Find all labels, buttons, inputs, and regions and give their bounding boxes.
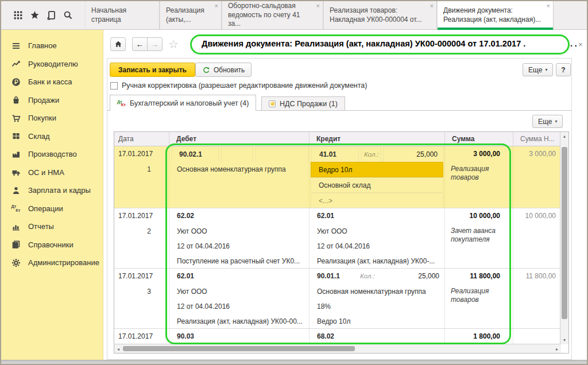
cell-qty-value[interactable]: 25,000: [382, 269, 444, 284]
cell-credit-account[interactable]: 68.02: [310, 329, 444, 344]
cell-credit-sub[interactable]: Основная номенклатурная группа: [310, 284, 444, 299]
cell-debit-sub[interactable]: 12 от 04.04.2016: [169, 299, 309, 314]
cell-debit-sub[interactable]: Основная номенклатурная группа: [169, 162, 309, 177]
favorites-star-icon[interactable]: [29, 10, 40, 21]
vertical-scrollbar[interactable]: ▴ ▾: [560, 132, 568, 344]
sidebar-item-rukovoditelyu[interactable]: Руководителю: [1, 55, 103, 73]
cell-sum-note: Реализация товаров: [445, 162, 502, 182]
manual-adjustment-checkbox[interactable]: [110, 82, 118, 90]
cell-debit-sub[interactable]: Реализация (акт, накладная) УК00-00...: [169, 314, 309, 328]
close-icon[interactable]: ×: [547, 3, 550, 9]
cell-credit-sub[interactable]: Реализация (акт, накладная) УК00-...: [310, 254, 444, 268]
sidebar-item-os-i-nma[interactable]: ОС и НМА: [1, 164, 103, 182]
cell-credit-account[interactable]: 90.01.1: [310, 269, 360, 284]
cell-debit-sub[interactable]: 12 от 04.04.2016: [169, 239, 309, 254]
cell-date[interactable]: 17.01.2017: [114, 146, 169, 162]
sidebar-item-pokupki[interactable]: Покупки: [1, 109, 103, 127]
table-more-button[interactable]: Еще ▾: [532, 115, 563, 128]
tab-osv-schet-41[interactable]: Оборотно-сальдовая ведомость по счету 41…: [222, 1, 323, 29]
scroll-left-icon[interactable]: ◂: [115, 347, 121, 352]
cell-debit-sub[interactable]: Уют ООО: [169, 224, 309, 239]
table-row[interactable]: 17.01.2017 1 90.02.1 Основная номенклату…: [114, 146, 561, 208]
cell-sum[interactable]: 1 800,00: [445, 329, 513, 344]
tab-realizaciya-akty[interactable]: Реализация (акты,... ×: [160, 1, 222, 29]
sidebar-item-label: Справочники: [28, 240, 74, 249]
cell-debit-account[interactable]: 62.02: [169, 208, 309, 224]
cell-debit-sub[interactable]: Поступление на расчетный счет УК0...: [169, 254, 309, 268]
cell-date[interactable]: 17.01.2017: [114, 208, 169, 224]
scroll-right-icon[interactable]: ▸: [554, 347, 560, 352]
col-header-sum-n[interactable]: Сумма Н...: [513, 132, 560, 146]
cell-debit-account[interactable]: 90.03: [169, 329, 309, 344]
cell-credit-sub[interactable]: Основной склад: [311, 177, 443, 193]
cell-date[interactable]: 17.01.2017: [114, 269, 169, 284]
cell-sum-n[interactable]: 11 800,00: [513, 269, 561, 284]
cell-credit-sub[interactable]: <...>: [311, 193, 443, 208]
toolbar-more-button[interactable]: Еще ▾: [523, 63, 553, 76]
vertical-scroll-thumb[interactable]: [562, 147, 567, 319]
cell-credit-sub[interactable]: Уют ООО: [310, 224, 444, 239]
close-form-icon[interactable]: ×: [578, 40, 583, 49]
scroll-down-icon[interactable]: ▾: [560, 337, 568, 343]
factory-icon: [11, 149, 21, 159]
sidebar-item-operacii[interactable]: ДтКт Операции: [1, 200, 103, 218]
cell-debit-empty[interactable]: [221, 146, 253, 162]
sidebar-item-sklad[interactable]: Склад: [1, 127, 103, 146]
col-header-credit[interactable]: Кредит: [310, 132, 445, 146]
cell-credit-sub-selected[interactable]: Ведро 10л: [311, 162, 443, 177]
tab-vat-sales[interactable]: НДС Продажи (1): [261, 96, 345, 111]
back-button[interactable]: ←: [132, 37, 148, 51]
cell-credit-account[interactable]: 62.01: [310, 208, 444, 224]
sidebar-item-proizvodstvo[interactable]: Производство: [1, 145, 103, 164]
sidebar-item-bank-i-kassa[interactable]: Банк и касса: [1, 73, 103, 91]
cell-sum[interactable]: 3 000,00: [445, 146, 513, 162]
horizontal-scrollbar[interactable]: ◂ ▸: [114, 344, 561, 353]
sidebar-item-spravochniki[interactable]: Справочники: [1, 236, 103, 254]
search-icon[interactable]: [63, 10, 74, 21]
cell-credit-sub[interactable]: 18%: [310, 299, 444, 314]
sidebar-item-label: Производство: [28, 150, 77, 158]
tab-home-page[interactable]: Начальная страница: [85, 1, 160, 29]
sidebar-item-glavnoe[interactable]: Главное: [1, 37, 103, 55]
sidebar-item-administrirovanie[interactable]: Администрирование: [1, 254, 103, 272]
sidebar-item-prodazhi[interactable]: Продажи: [1, 91, 103, 110]
sidebar-item-otchety[interactable]: Отчеты: [1, 218, 103, 236]
refresh-button[interactable]: Обновить: [195, 63, 252, 77]
cell-debit-account[interactable]: 62.01: [169, 269, 309, 284]
close-icon[interactable]: ×: [430, 3, 434, 9]
col-header-sum[interactable]: Сумма: [445, 132, 513, 146]
save-and-close-button[interactable]: Записать и закрыть: [110, 63, 195, 77]
cell-debit-empty[interactable]: [256, 146, 308, 162]
cell-sum-n[interactable]: 3 000,00: [513, 146, 561, 162]
tab-realizaciya-tovarov[interactable]: Реализация товаров: Накладная УК00-00000…: [323, 1, 437, 29]
horizontal-scroll-thumb[interactable]: [123, 346, 355, 351]
vat-icon: [269, 100, 276, 107]
table-row[interactable]: 17.01.2017 2 62.02 Уют ООО 12 от 04.04.2…: [114, 208, 561, 269]
cell-credit-sub[interactable]: Ведро 10л: [310, 314, 444, 328]
forward-button[interactable]: →: [147, 37, 163, 51]
favorite-star-icon[interactable]: ☆: [168, 37, 179, 51]
tab-dvizheniya-dokumenta[interactable]: Движения документа: Реализация (акт, нак…: [437, 1, 554, 29]
home-button[interactable]: [110, 37, 126, 51]
cell-sum-n[interactable]: 10 000,00: [513, 208, 561, 224]
cell-credit-account[interactable]: 41.01: [311, 146, 359, 162]
apps-grid-icon[interactable]: [12, 10, 24, 21]
cell-sum[interactable]: 10 000,00: [445, 208, 513, 224]
help-button[interactable]: ?: [556, 63, 571, 76]
cell-sum[interactable]: 11 800,00: [445, 269, 513, 284]
close-icon[interactable]: ×: [215, 3, 218, 9]
sidebar-item-zarplata-i-kadry[interactable]: Зарплата и кадры: [1, 181, 103, 200]
cell-date[interactable]: 17.01.2017: [114, 329, 169, 344]
scroll-up-icon[interactable]: ▴: [560, 134, 568, 139]
cell-qty-value[interactable]: 25,000: [383, 146, 444, 162]
table-row[interactable]: 17.01.2017 90.03 68.02 1 800,00: [114, 329, 561, 344]
tab-accounting-tax[interactable]: Дт Кт Бухгалтерский и налоговый учет (4): [110, 95, 256, 111]
table-row[interactable]: 17.01.2017 3 62.01 Уют ООО 12 от 04.04.2…: [114, 269, 561, 329]
history-scroll-icon[interactable]: [46, 10, 57, 21]
col-header-debit[interactable]: Дебет: [169, 132, 310, 146]
cell-debit-account[interactable]: 90.02.1: [171, 146, 219, 162]
cell-credit-sub[interactable]: 12 от 04.04.2016: [310, 239, 444, 254]
cell-debit-sub[interactable]: Уют ООО: [169, 284, 309, 299]
col-header-date[interactable]: Дата: [114, 132, 169, 146]
close-icon[interactable]: ×: [316, 3, 320, 9]
